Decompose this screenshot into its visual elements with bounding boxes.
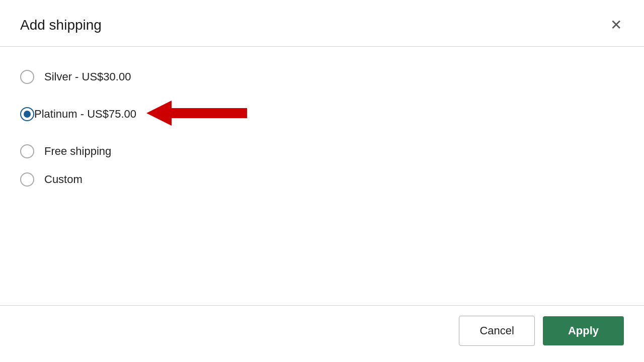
dialog-footer: Cancel Apply xyxy=(0,305,644,362)
close-button[interactable]: ✕ xyxy=(608,16,624,34)
svg-marker-0 xyxy=(146,101,247,126)
option-platinum[interactable]: Platinum - US$75.00 xyxy=(20,91,624,137)
option-free-shipping[interactable]: Free shipping xyxy=(20,137,624,165)
radio-custom[interactable] xyxy=(20,172,34,187)
radio-free-shipping[interactable] xyxy=(20,144,34,158)
dialog-title: Add shipping xyxy=(20,17,102,33)
pointing-arrow xyxy=(146,98,247,130)
option-free-shipping-label: Free shipping xyxy=(44,145,111,158)
cancel-button[interactable]: Cancel xyxy=(459,316,534,346)
radio-silver[interactable] xyxy=(20,70,34,84)
option-platinum-label: Platinum - US$75.00 xyxy=(34,108,136,121)
option-custom[interactable]: Custom xyxy=(20,165,624,194)
add-shipping-dialog: Add shipping ✕ Silver - US$30.00 Platinu… xyxy=(0,0,644,362)
option-silver[interactable]: Silver - US$30.00 xyxy=(20,63,624,91)
dialog-header: Add shipping ✕ xyxy=(0,0,644,46)
option-custom-label: Custom xyxy=(44,173,83,186)
dialog-body: Silver - US$30.00 Platinum - US$75.00 Fr… xyxy=(0,47,644,305)
option-silver-label: Silver - US$30.00 xyxy=(44,70,131,83)
apply-button[interactable]: Apply xyxy=(543,316,624,345)
radio-platinum[interactable] xyxy=(20,107,34,121)
radio-platinum-inner xyxy=(24,111,31,118)
